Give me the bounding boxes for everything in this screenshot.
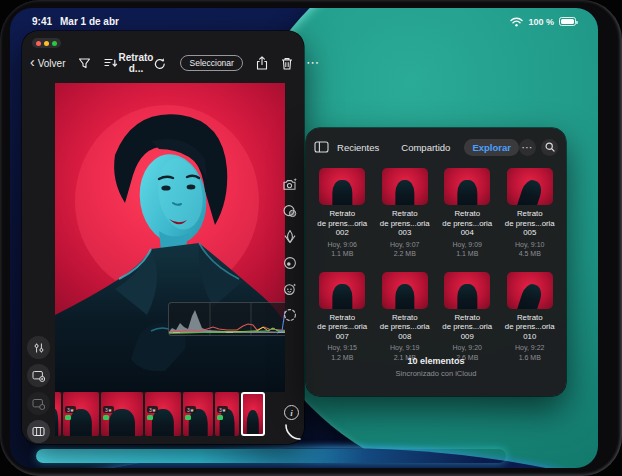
filmstrip-thumbnail[interactable]: 3★: [63, 392, 99, 436]
more-icon: ⋯: [522, 143, 534, 151]
editing-tool-rail: [279, 176, 301, 323]
photo-thumbnail[interactable]: [507, 272, 553, 309]
photo-thumbnail[interactable]: [319, 272, 365, 309]
photo-thumbnail[interactable]: [444, 272, 490, 309]
apply-edits-button[interactable]: [27, 364, 50, 387]
status-date: Mar 1 de abr: [60, 16, 119, 27]
copy-edits-button[interactable]: [27, 392, 50, 415]
green-tag-icon: [147, 415, 153, 421]
info-button[interactable]: i: [284, 405, 299, 420]
rating-badge: 3★: [103, 406, 114, 413]
tab-compartido[interactable]: Compartido: [393, 139, 458, 156]
progress-arc-icon: [284, 423, 302, 441]
ml-enhance-icon[interactable]: [282, 176, 299, 193]
white-balance-icon[interactable]: [282, 254, 299, 271]
grid-item[interactable]: Retratode prens...oria 002 Hoy, 9:061.1 …: [315, 168, 370, 259]
window-controls[interactable]: [32, 38, 61, 48]
trash-icon[interactable]: [281, 57, 293, 70]
status-time: 9:41: [32, 16, 52, 27]
photo-thumbnail[interactable]: [319, 168, 365, 205]
portrait-photo: [55, 83, 285, 392]
rating-badge: 3★: [65, 406, 76, 413]
grid-item[interactable]: Retratode prens...oria 009 Hoy, 9:202.6 …: [440, 272, 495, 363]
more-icon[interactable]: ⋯: [306, 59, 320, 67]
photo-grid: Retratode prens...oria 002 Hoy, 9:061.1 …: [315, 168, 557, 362]
filmstrip-thumbnail[interactable]: 3★: [101, 392, 143, 436]
search-icon: [545, 142, 555, 152]
battery-percent: 100 %: [528, 17, 554, 27]
ipad-marketing-shot: 9:41 Mar 1 de abr 100 %: [0, 0, 622, 476]
repair-icon[interactable]: [282, 306, 299, 323]
green-tag-icon: [65, 415, 71, 421]
rating-badge: 3★: [217, 406, 228, 413]
filmstrip: 3★ 3★ 3★ 3★ 3★: [55, 391, 281, 437]
wifi-icon: [510, 17, 523, 27]
filmstrip-thumbnail[interactable]: [55, 392, 61, 436]
battery-icon: [559, 17, 576, 26]
rating-badge: 3★: [147, 406, 158, 413]
wallpaper-cyan-glow: [36, 449, 506, 463]
sync-status: Sincronizado con iCloud: [306, 369, 566, 378]
filter-icon[interactable]: [78, 57, 91, 70]
ipad-screen: 9:41 Mar 1 de abr 100 %: [10, 8, 598, 468]
more-button[interactable]: ⋯: [519, 139, 536, 156]
aperture-icon[interactable]: [282, 228, 299, 245]
grid-item[interactable]: Retratode prens...oria 004 Hoy, 9:091.1 …: [440, 168, 495, 259]
grid-item[interactable]: Retratode prens...oria 010 Hoy, 9:221.6 …: [503, 272, 558, 363]
grid-item[interactable]: Retratode prens...oria 007 Hoy, 9:151.2 …: [315, 272, 370, 363]
editor-toolbar: ‹ Volver Retrato d...: [30, 50, 296, 76]
filmstrip-thumbnail[interactable]: 3★: [215, 392, 239, 436]
back-label: Volver: [38, 58, 66, 69]
rating-badge: 3★: [185, 406, 196, 413]
browser-footer: 10 elementos Sincronizado con iCloud: [306, 356, 566, 378]
browser-tabs: Recientes Compartido Explorar: [329, 139, 519, 156]
browser-header: Recientes Compartido Explorar ⋯: [314, 137, 558, 157]
photo-canvas[interactable]: [55, 83, 285, 392]
ipad-device-frame: 9:41 Mar 1 de abr 100 %: [0, 0, 622, 476]
filmstrip-thumbnail[interactable]: 3★: [183, 392, 213, 436]
window-zoom-icon[interactable]: [52, 41, 57, 46]
grid-item[interactable]: Retratode prens...oria 008 Hoy, 9:192.1 …: [378, 272, 433, 363]
status-bar: 9:41 Mar 1 de abr 100 %: [32, 14, 576, 29]
chevron-left-icon: ‹: [30, 57, 35, 67]
grid-item[interactable]: Retratode prens...oria 005 Hoy, 9:104.5 …: [503, 168, 558, 259]
photo-thumbnail[interactable]: [444, 168, 490, 205]
search-button[interactable]: [541, 139, 558, 156]
green-tag-icon: [217, 415, 223, 421]
sidebar-toggle-icon[interactable]: [314, 141, 329, 153]
green-tag-icon: [103, 415, 109, 421]
photo-thumbnail[interactable]: [382, 272, 428, 309]
share-icon[interactable]: [256, 56, 268, 70]
undo-icon[interactable]: [153, 57, 167, 70]
photo-thumbnail[interactable]: [507, 168, 553, 205]
color-adjust-icon[interactable]: [282, 202, 299, 219]
window-minimize-icon[interactable]: [44, 41, 49, 46]
filmstrip-toggle-button[interactable]: [27, 420, 50, 443]
adjust-sliders-button[interactable]: [27, 336, 50, 359]
document-title: Retrato d...: [118, 52, 153, 74]
retouch-icon[interactable]: [282, 280, 299, 297]
window-close-icon[interactable]: [36, 41, 41, 46]
green-tag-icon: [185, 415, 191, 421]
back-button[interactable]: ‹ Volver: [30, 58, 65, 69]
filmstrip-thumbnail-selected[interactable]: [241, 392, 265, 436]
select-button[interactable]: Seleccionar: [180, 55, 242, 71]
filmstrip-thumbnail[interactable]: 3★: [145, 392, 181, 436]
sort-icon[interactable]: [104, 57, 118, 69]
canvas-side-buttons: [27, 336, 50, 443]
grid-item[interactable]: Retratode prens...oria 003 Hoy, 9:072.2 …: [378, 168, 433, 259]
tab-recientes[interactable]: Recientes: [329, 139, 387, 156]
photo-browser-window: Recientes Compartido Explorar ⋯ Ret: [306, 128, 566, 396]
tab-explorar[interactable]: Explorar: [464, 139, 519, 156]
photo-editor-window: ‹ Volver Retrato d...: [22, 31, 304, 444]
histogram-panel: [168, 302, 285, 336]
photo-thumbnail[interactable]: [382, 168, 428, 205]
item-count: 10 elementos: [306, 356, 566, 366]
histogram-tick-labels: [173, 332, 285, 334]
